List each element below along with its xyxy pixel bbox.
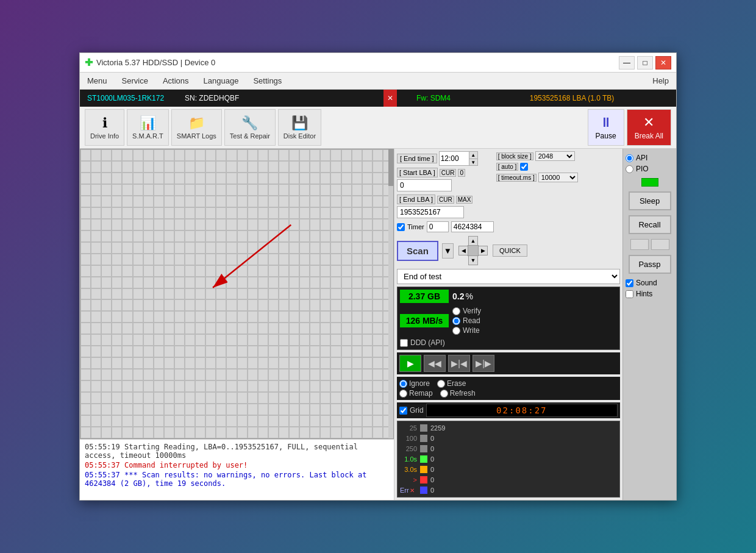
end-lba-input[interactable]: [397, 206, 464, 218]
play-button[interactable]: ▶: [399, 355, 421, 372]
stats-panel: 2.37 GB 0.2 % 126 MB/s Verify: [397, 287, 620, 350]
smart-button[interactable]: 📊 S.M.A.R.T: [127, 109, 169, 146]
end-lba-cur-badge: CUR: [437, 196, 454, 204]
api-option[interactable]: API: [626, 154, 674, 162]
erase-label: Erase: [447, 379, 466, 388]
sound-checkbox[interactable]: [626, 279, 633, 287]
menu-item-settings[interactable]: Settings: [251, 75, 284, 87]
hints-checkbox[interactable]: [626, 290, 633, 298]
pause-button[interactable]: ⏸ Pause: [588, 109, 624, 146]
error-options: Ignore Erase Remap Refresh: [397, 377, 620, 400]
verify-option[interactable]: Verify: [452, 307, 481, 315]
start-lba-input[interactable]: [397, 179, 452, 191]
grid-checkbox[interactable]: [399, 407, 407, 415]
timer-value2-input[interactable]: [451, 221, 494, 232]
hist-count-1: 0: [430, 435, 434, 442]
smart-icon: 📊: [140, 115, 156, 131]
api-label: API: [636, 154, 647, 162]
ignore-radio[interactable]: [399, 380, 407, 388]
timer-checkbox[interactable]: [397, 223, 405, 231]
time-up-arrow[interactable]: ▲: [469, 152, 477, 159]
scan-dropdown-button[interactable]: ▼: [442, 243, 454, 259]
menu-item-menu[interactable]: Menu: [85, 75, 110, 87]
ddd-checkbox[interactable]: [400, 339, 408, 347]
end-time-spinbox[interactable]: ▲ ▼: [439, 151, 478, 166]
menu-item-actions[interactable]: Actions: [160, 75, 191, 87]
drive-info-button[interactable]: ℹ Drive Info: [85, 109, 124, 146]
test-repair-button[interactable]: 🔧 Test & Repair: [224, 109, 276, 146]
disk-editor-icon: 💾: [291, 115, 308, 131]
log-time-2: 05:55:37: [85, 471, 120, 479]
erase-option[interactable]: Erase: [437, 379, 466, 388]
menu-item-language[interactable]: Language: [201, 75, 241, 87]
sound-label: Sound: [636, 279, 657, 287]
dir-down-button[interactable]: ▼: [468, 255, 478, 265]
remap-option[interactable]: Remap: [399, 389, 433, 398]
mini-button-row: [630, 239, 669, 250]
remap-radio[interactable]: [399, 390, 407, 398]
error-row-1: Ignore Erase: [399, 379, 618, 388]
block-size-select[interactable]: 2048: [535, 151, 575, 161]
quick-button[interactable]: QUICK: [493, 244, 527, 257]
pio-radio[interactable]: [626, 165, 633, 173]
last-button[interactable]: ▶|▶: [472, 355, 494, 372]
grid-scrollbar[interactable]: [388, 149, 393, 438]
verify-radio[interactable]: [452, 307, 460, 315]
hints-option[interactable]: Hints: [626, 290, 674, 298]
hist-row-0: 25 2259: [400, 424, 617, 432]
end-time-row: [ End time ] ▲ ▼: [397, 151, 494, 166]
disk-editor-button[interactable]: 💾 Disk Editor: [278, 109, 321, 146]
grid-cells: [80, 149, 393, 438]
maximize-button[interactable]: □: [637, 56, 653, 70]
hist-bar-1: [419, 434, 428, 443]
dir-right-button[interactable]: ▶: [478, 246, 488, 255]
hist-bar-3: [419, 455, 428, 463]
end-time-input[interactable]: [440, 152, 469, 165]
pause-icon: ⏸: [599, 115, 613, 130]
break-all-button[interactable]: ✕ Break All: [627, 109, 671, 146]
smart-logs-button[interactable]: 📁 SMART Logs: [171, 109, 222, 146]
log-entry-1: 05:55:37 Command interrupted by user!: [85, 460, 389, 470]
dir-left-button[interactable]: ◀: [458, 246, 468, 255]
pio-option[interactable]: PIO: [626, 165, 674, 173]
rewind-button[interactable]: ◀◀: [424, 355, 446, 372]
zero-badge: 0: [458, 169, 465, 177]
read-radio[interactable]: [452, 317, 460, 325]
refresh-option[interactable]: Refresh: [440, 389, 476, 398]
hist-bar-fill-6: [420, 487, 427, 494]
timer-value-input[interactable]: [427, 221, 449, 232]
scan-button[interactable]: Scan: [397, 241, 438, 261]
sleep-button[interactable]: Sleep: [629, 191, 671, 210]
auto-checkbox[interactable]: [520, 163, 528, 171]
read-option[interactable]: Read: [452, 316, 481, 325]
end-of-test-select[interactable]: End of test: [397, 269, 620, 284]
disk-editor-label: Disk Editor: [284, 132, 316, 140]
api-radio[interactable]: [626, 154, 633, 162]
sidebar-right: API PIO Sleep Recall Passp: [622, 149, 676, 500]
end-lba-header: [ End LBA ] CUR MAX: [397, 194, 494, 204]
smart-label: S.M.A.R.T: [132, 132, 163, 140]
minimize-button[interactable]: —: [619, 56, 635, 70]
write-radio[interactable]: [452, 327, 460, 335]
time-down-arrow[interactable]: ▼: [469, 159, 477, 165]
next-button[interactable]: ▶|◀: [448, 355, 470, 372]
sound-option[interactable]: Sound: [626, 279, 674, 287]
write-option[interactable]: Write: [452, 326, 481, 335]
hist-bar-6: [419, 486, 428, 494]
ignore-option[interactable]: Ignore: [399, 379, 430, 388]
timer-label: Timer: [407, 223, 424, 230]
recall-button[interactable]: Recall: [629, 215, 671, 234]
menu-item-help[interactable]: Help: [650, 75, 671, 87]
menu-item-service[interactable]: Service: [119, 75, 151, 87]
main-window: ✚ Victoria 5.37 HDD/SSD | Device 0 — □ ✕…: [79, 52, 677, 501]
refresh-radio[interactable]: [440, 390, 448, 398]
sn-close-button[interactable]: ✕: [383, 90, 397, 107]
mini-btn-right[interactable]: [651, 239, 669, 250]
mini-btn-left[interactable]: [630, 239, 649, 250]
erase-radio[interactable]: [437, 380, 445, 388]
passp-button[interactable]: Passp: [629, 255, 671, 274]
close-button[interactable]: ✕: [655, 56, 671, 70]
timeout-select[interactable]: 10000: [538, 173, 578, 182]
hist-label-2: 250: [400, 445, 417, 452]
dir-up-button[interactable]: ▲: [468, 236, 478, 246]
